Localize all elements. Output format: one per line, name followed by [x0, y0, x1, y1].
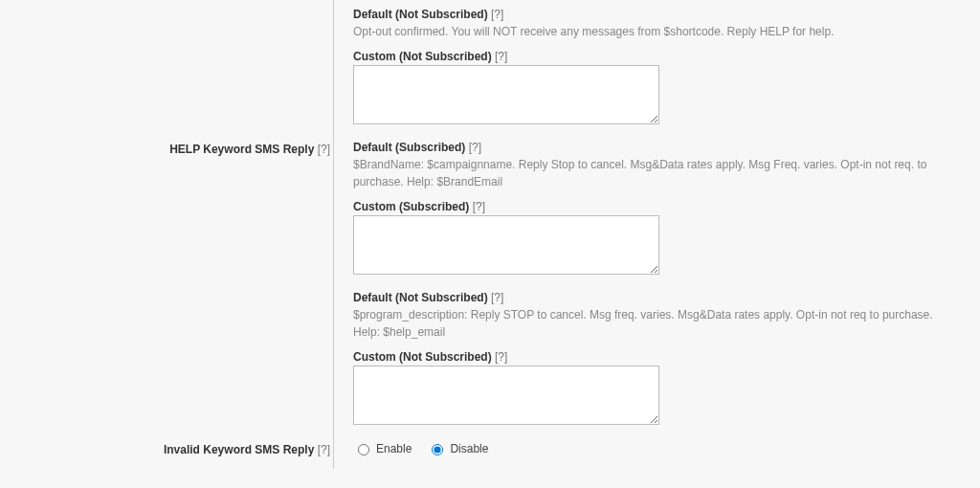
enable-label-text: Enable: [376, 442, 412, 455]
default-not-subscribed-block-1: Default (Not Subscribed) [?] Opt-out con…: [353, 8, 961, 127]
help-default-not-subscribed-block: Default (Not Subscribed) [?] $program_de…: [353, 291, 961, 428]
invalid-keyword-label: Invalid Keyword SMS Reply [?]: [134, 441, 342, 456]
default-not-subscribed-text-1: Opt-out confirmed. You will NOT receive …: [353, 23, 961, 40]
custom-subscribed-label: Custom (Subscribed) [?]: [353, 200, 961, 213]
help-keyword-label: HELP Keyword SMS Reply [?]: [134, 141, 342, 156]
help-icon[interactable]: [?]: [491, 8, 503, 21]
help-icon[interactable]: [?]: [495, 350, 507, 364]
help-icon[interactable]: [?]: [469, 141, 481, 154]
default-not-subscribed-text-2: $program_description: Reply STOP to canc…: [353, 306, 961, 341]
vertical-divider: [333, 0, 334, 469]
default-subscribed-text: $BrandName: $campaignname. Reply Stop to…: [353, 156, 961, 190]
label-text: Default (Subscribed): [353, 141, 465, 154]
disable-radio[interactable]: [432, 444, 443, 455]
custom-not-subscribed-textarea-1[interactable]: [353, 65, 659, 124]
help-icon[interactable]: [?]: [318, 143, 330, 156]
custom-not-subscribed-label-2: Custom (Not Subscribed) [?]: [353, 350, 961, 364]
label-text: Custom (Subscribed): [353, 200, 469, 213]
help-default-subscribed-block: Default (Subscribed) [?] $BrandName: $ca…: [353, 141, 961, 277]
enable-option[interactable]: Enable: [353, 441, 412, 455]
label-text: Default (Not Subscribed): [353, 8, 488, 21]
custom-not-subscribed-textarea-2[interactable]: [353, 366, 659, 425]
enable-radio[interactable]: [358, 444, 369, 455]
disable-label-text: Disable: [450, 442, 488, 455]
label-text: Invalid Keyword SMS Reply: [164, 443, 314, 456]
label-text: Default (Not Subscribed): [353, 291, 488, 304]
label-text: Custom (Not Subscribed): [353, 350, 492, 364]
disable-option[interactable]: Disable: [427, 441, 488, 455]
custom-subscribed-textarea[interactable]: [353, 215, 659, 275]
label-text: Custom (Not Subscribed): [353, 50, 492, 63]
help-icon[interactable]: [?]: [473, 200, 485, 213]
default-not-subscribed-label-2: Default (Not Subscribed) [?]: [353, 291, 961, 304]
help-icon[interactable]: [?]: [495, 50, 507, 63]
label-text: HELP Keyword SMS Reply: [169, 143, 314, 156]
custom-not-subscribed-label-1: Custom (Not Subscribed) [?]: [353, 50, 961, 63]
invalid-keyword-radio-group: Enable Disable: [353, 441, 961, 455]
default-subscribed-label: Default (Subscribed) [?]: [353, 141, 961, 154]
default-not-subscribed-label-1: Default (Not Subscribed) [?]: [353, 8, 961, 21]
help-icon[interactable]: [?]: [318, 443, 330, 456]
help-icon[interactable]: [?]: [491, 291, 503, 304]
